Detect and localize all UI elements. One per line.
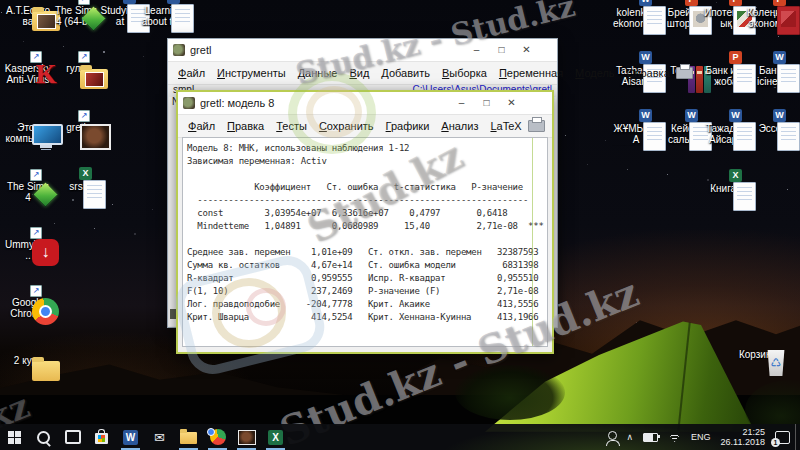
desktop-icon-ppt_pic-15[interactable]: PИпотекалық несиелеу ... xyxy=(702,6,750,30)
chrome-icon xyxy=(210,429,226,445)
gretl-icon xyxy=(238,430,256,445)
maximize-button[interactable]: □ xyxy=(489,41,514,59)
taskbar-app-store[interactable] xyxy=(87,424,116,450)
battery-icon[interactable] xyxy=(643,433,658,442)
model-titlebar[interactable]: gretl: модель 8 – □ ✕ xyxy=(178,92,552,115)
notification-badge: 1 xyxy=(771,438,780,447)
taskbar-app-gretl[interactable] xyxy=(232,424,261,450)
windows-logo-icon xyxy=(8,431,21,444)
gretl-main-menu-item-4[interactable]: Добавить xyxy=(375,67,436,79)
task-view-button[interactable] xyxy=(58,424,87,450)
desktop-icon-sims-1[interactable]: ↗The Sims 4 (64-bit) xyxy=(52,4,100,27)
taskbar-app-mail[interactable]: ✉ xyxy=(145,424,174,450)
gretl-main-title: gretl xyxy=(190,44,464,56)
maximize-button[interactable]: □ xyxy=(474,94,499,112)
desktop-icon-folder_pic-0[interactable]: A.T.Есетова xyxy=(4,4,52,27)
bush xyxy=(455,365,565,420)
print-icon[interactable] xyxy=(676,67,693,79)
clock[interactable]: 21:25 26.11.2018 xyxy=(721,427,765,447)
model-menubar: ФайлПравкаТестыСохранитьГрафикиАнализLaT… xyxy=(178,115,552,138)
desktop-icon-word-24[interactable]: WЭссе xyxy=(746,122,794,134)
show-desktop-button[interactable] xyxy=(795,424,800,450)
gretl-main-menu-item-2[interactable]: Данные xyxy=(292,67,344,79)
gretl-app-icon xyxy=(183,97,195,109)
word-icon: W xyxy=(123,430,138,445)
desktop-icon-word-22[interactable]: WКейс салық салудан к... xyxy=(658,122,706,146)
model-menu-item-1[interactable]: Правка xyxy=(221,120,270,132)
desktop-icon-folder_red-5[interactable]: ↗гуля xyxy=(52,62,100,74)
artifact-line xyxy=(532,138,533,346)
people-tray-icon[interactable] xyxy=(608,431,617,440)
desktop-icon-ppt-19[interactable]: PБанк иси жоба xyxy=(702,64,750,87)
excel-icon: X xyxy=(268,430,283,445)
gretl-main-menu-item-0[interactable]: Файл xyxy=(172,67,211,79)
desktop-icon-word-20[interactable]: WБанк ісінен жоба xyxy=(746,64,794,88)
desktop-icon-ppt_red-16[interactable]: PКөлеңкелі экономика xyxy=(746,6,794,30)
model-menu-item-0[interactable]: Файл xyxy=(182,120,221,132)
gretl-app-icon xyxy=(173,44,185,56)
desktop-icon-word-21[interactable]: WЖҰМЫСҚА ҚАТЫСУҒ... xyxy=(612,122,660,146)
language-indicator[interactable]: ENG xyxy=(691,432,711,442)
file-explorer-icon xyxy=(180,432,197,444)
wifi-icon[interactable] xyxy=(668,432,681,442)
model-menu-item-6[interactable]: LaTeX xyxy=(484,120,527,132)
model-menu-item-4[interactable]: Графики xyxy=(380,120,436,132)
gretl-model-window: gretl: модель 8 – □ ✕ ФайлПравкаТестыСох… xyxy=(176,90,554,354)
desktop-icon-pc-6[interactable]: Этот компьютер xyxy=(4,121,52,145)
hidden-icons-chevron[interactable]: ∧ xyxy=(627,432,634,442)
desktop-icon-excel-9[interactable]: Xsrs xyxy=(52,180,100,192)
gretl-main-menu-item-8[interactable]: Справка xyxy=(621,67,676,79)
time: 21:25 xyxy=(742,427,765,437)
minimize-button[interactable]: – xyxy=(464,41,489,59)
close-button[interactable]: ✕ xyxy=(499,94,524,112)
gretl-main-menu-item-6[interactable]: Переменная xyxy=(493,67,569,79)
model-menu-item-2[interactable]: Тесты xyxy=(270,120,313,132)
desktop-icon-chrome-11[interactable]: ↗Google Chrome xyxy=(4,296,52,319)
gretl-main-titlebar[interactable]: gretl – □ ✕ xyxy=(168,39,557,62)
minimize-button[interactable]: – xyxy=(449,94,474,112)
taskbar-app-explorer[interactable] xyxy=(174,424,203,450)
desktop-icon-sims-8[interactable]: ↗The Sims 4 xyxy=(4,180,52,203)
close-button[interactable]: ✕ xyxy=(514,41,539,59)
gretl-main-menu-item-1[interactable]: Инструменты xyxy=(211,67,292,79)
taskbar-app-word[interactable]: W xyxy=(116,424,145,450)
task-view-icon xyxy=(65,430,81,444)
regression-output-text: Модель 8: МНК, использованы наблюдения 1… xyxy=(183,138,547,324)
print-icon[interactable] xyxy=(528,120,545,132)
desktop-icon-kaspersky-4[interactable]: K↗Kaspersky Anti-Virus xyxy=(4,62,52,85)
gretl-main-menubar: ФайлИнструментыДанныеВидДобавитьВыборкаП… xyxy=(168,62,557,85)
desktop-icon-folder-12[interactable]: 2 курс xyxy=(4,354,52,366)
desktop-icon-word-13[interactable]: Wkolenkeli ekonomi... xyxy=(612,6,660,29)
desktop-icon-bin-26[interactable]: ♺Корзина xyxy=(734,348,782,360)
model-window-title: gretl: модель 8 xyxy=(200,97,449,109)
desktop-icon-photo-7[interactable]: ↗gretl xyxy=(52,121,100,133)
desktop-icon-excel-25[interactable]: XКнига1 xyxy=(702,182,750,194)
desktop-icon-word-3[interactable]: WLearning about th... xyxy=(140,4,188,27)
search-button[interactable] xyxy=(29,424,58,450)
taskbar-app-excel[interactable]: X xyxy=(261,424,290,450)
start-button[interactable] xyxy=(0,424,29,450)
search-icon xyxy=(37,431,50,444)
date: 26.11.2018 xyxy=(721,437,765,447)
desktop: A.T.Есетова↗The Sims 4 (64-bit)WStudying… xyxy=(0,0,800,450)
store-icon xyxy=(95,433,108,444)
system-tray: ∧ ENG 21:25 26.11.2018 1 xyxy=(603,424,800,450)
mail-icon: ✉ xyxy=(154,431,165,444)
taskbar: W✉X ∧ ENG 21:25 26.11.2018 1 xyxy=(0,424,800,450)
desktop-icon-word-2[interactable]: WStudying at university ... xyxy=(96,4,144,28)
gretl-main-menu-item-7[interactable]: Модель xyxy=(569,67,621,79)
action-center-icon[interactable]: 1 xyxy=(775,431,790,444)
taskbar-app-chrome[interactable] xyxy=(203,424,232,450)
model-output-area: Модель 8: МНК, использованы наблюдения 1… xyxy=(182,137,548,347)
desktop-icon-ummy-10[interactable]: ↓↗UmmyVid... xyxy=(4,238,52,261)
gretl-main-menu-item-3[interactable]: Вид xyxy=(343,67,375,79)
gretl-main-menu-item-5[interactable]: Выборка xyxy=(436,67,493,79)
model-menu-item-5[interactable]: Анализ xyxy=(435,120,484,132)
desktop-icon-word-23[interactable]: WТажадин Айсара Ж... xyxy=(702,122,750,146)
desktop-icon-ppt_brain-14[interactable]: PБрейн шторм xyxy=(658,6,706,29)
model-menu-item-3[interactable]: Сохранить xyxy=(313,120,380,132)
